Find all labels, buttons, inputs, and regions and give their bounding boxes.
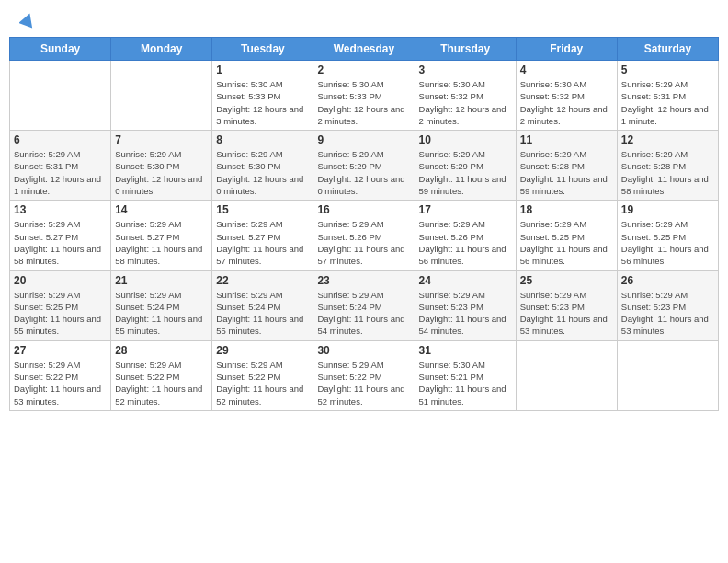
- day-number: 24: [419, 274, 512, 287]
- weekday-header-monday: Monday: [111, 38, 212, 61]
- logo: [18, 17, 34, 31]
- day-number: 25: [520, 274, 613, 287]
- calendar-cell: [617, 340, 718, 410]
- calendar-week-2: 6Sunrise: 5:29 AMSunset: 5:31 PMDaylight…: [10, 131, 719, 201]
- day-number: 1: [216, 63, 309, 76]
- calendar-cell: 13Sunrise: 5:29 AMSunset: 5:27 PMDayligh…: [10, 201, 111, 270]
- day-info: Sunrise: 5:29 AMSunset: 5:23 PMDaylight:…: [419, 289, 512, 338]
- weekday-header-sunday: Sunday: [10, 38, 111, 61]
- day-info: Sunrise: 5:29 AMSunset: 5:24 PMDaylight:…: [216, 289, 309, 338]
- day-info: Sunrise: 5:29 AMSunset: 5:26 PMDaylight:…: [317, 218, 410, 267]
- day-number: 29: [216, 344, 309, 357]
- day-info: Sunrise: 5:30 AMSunset: 5:32 PMDaylight:…: [419, 78, 512, 127]
- day-info: Sunrise: 5:29 AMSunset: 5:24 PMDaylight:…: [115, 289, 208, 338]
- calendar-cell: 28Sunrise: 5:29 AMSunset: 5:22 PMDayligh…: [111, 340, 212, 410]
- day-number: 4: [520, 63, 613, 76]
- calendar-cell: 25Sunrise: 5:29 AMSunset: 5:23 PMDayligh…: [516, 270, 617, 340]
- calendar-cell: 4Sunrise: 5:30 AMSunset: 5:32 PMDaylight…: [516, 61, 617, 131]
- day-number: 17: [419, 203, 512, 216]
- calendar-cell: [111, 61, 212, 131]
- day-number: 14: [115, 203, 208, 216]
- day-info: Sunrise: 5:29 AMSunset: 5:28 PMDaylight:…: [520, 148, 613, 197]
- weekday-header-tuesday: Tuesday: [212, 38, 313, 61]
- svg-marker-0: [19, 13, 34, 28]
- day-number: 16: [317, 203, 410, 216]
- weekday-header-wednesday: Wednesday: [313, 38, 415, 61]
- calendar-cell: 20Sunrise: 5:29 AMSunset: 5:25 PMDayligh…: [10, 270, 111, 340]
- day-number: 12: [621, 133, 714, 146]
- weekday-header-row: SundayMondayTuesdayWednesdayThursdayFrid…: [10, 38, 719, 61]
- calendar-cell: 15Sunrise: 5:29 AMSunset: 5:27 PMDayligh…: [212, 201, 313, 270]
- day-number: 13: [14, 203, 107, 216]
- calendar-cell: [516, 340, 617, 410]
- day-info: Sunrise: 5:29 AMSunset: 5:26 PMDaylight:…: [419, 218, 512, 267]
- day-info: Sunrise: 5:29 AMSunset: 5:27 PMDaylight:…: [216, 218, 309, 267]
- day-number: 2: [317, 63, 410, 76]
- day-number: 9: [317, 133, 410, 146]
- day-info: Sunrise: 5:29 AMSunset: 5:22 PMDaylight:…: [216, 359, 309, 408]
- calendar-cell: 6Sunrise: 5:29 AMSunset: 5:31 PMDaylight…: [10, 131, 111, 201]
- calendar-week-4: 20Sunrise: 5:29 AMSunset: 5:25 PMDayligh…: [10, 270, 719, 340]
- day-info: Sunrise: 5:29 AMSunset: 5:25 PMDaylight:…: [14, 289, 107, 338]
- weekday-header-saturday: Saturday: [617, 38, 718, 61]
- calendar-cell: 1Sunrise: 5:30 AMSunset: 5:33 PMDaylight…: [212, 61, 313, 131]
- day-info: Sunrise: 5:29 AMSunset: 5:31 PMDaylight:…: [14, 148, 107, 197]
- day-info: Sunrise: 5:29 AMSunset: 5:31 PMDaylight:…: [621, 78, 714, 127]
- calendar-cell: 2Sunrise: 5:30 AMSunset: 5:33 PMDaylight…: [313, 61, 415, 131]
- day-number: 28: [115, 344, 208, 357]
- day-info: Sunrise: 5:29 AMSunset: 5:28 PMDaylight:…: [621, 148, 714, 197]
- day-info: Sunrise: 5:29 AMSunset: 5:22 PMDaylight:…: [14, 359, 107, 408]
- day-number: 30: [317, 344, 410, 357]
- day-number: 27: [14, 344, 107, 357]
- calendar-cell: 22Sunrise: 5:29 AMSunset: 5:24 PMDayligh…: [212, 270, 313, 340]
- day-info: Sunrise: 5:29 AMSunset: 5:25 PMDaylight:…: [520, 218, 613, 267]
- day-info: Sunrise: 5:29 AMSunset: 5:27 PMDaylight:…: [115, 218, 208, 267]
- calendar-cell: 23Sunrise: 5:29 AMSunset: 5:24 PMDayligh…: [313, 270, 415, 340]
- day-number: 15: [216, 203, 309, 216]
- day-info: Sunrise: 5:29 AMSunset: 5:23 PMDaylight:…: [520, 289, 613, 338]
- calendar-cell: 12Sunrise: 5:29 AMSunset: 5:28 PMDayligh…: [617, 131, 718, 201]
- day-info: Sunrise: 5:29 AMSunset: 5:27 PMDaylight:…: [14, 218, 107, 267]
- calendar-cell: [10, 61, 111, 131]
- calendar-cell: 30Sunrise: 5:29 AMSunset: 5:22 PMDayligh…: [313, 340, 415, 410]
- day-number: 3: [419, 63, 512, 76]
- day-info: Sunrise: 5:29 AMSunset: 5:22 PMDaylight:…: [115, 359, 208, 408]
- logo-bird-icon: [19, 13, 34, 31]
- calendar-cell: 18Sunrise: 5:29 AMSunset: 5:25 PMDayligh…: [516, 201, 617, 270]
- day-info: Sunrise: 5:29 AMSunset: 5:22 PMDaylight:…: [317, 359, 410, 408]
- calendar-week-3: 13Sunrise: 5:29 AMSunset: 5:27 PMDayligh…: [10, 201, 719, 270]
- day-number: 7: [115, 133, 208, 146]
- day-number: 23: [317, 274, 410, 287]
- calendar-cell: 19Sunrise: 5:29 AMSunset: 5:25 PMDayligh…: [617, 201, 718, 270]
- day-number: 31: [419, 344, 512, 357]
- calendar-cell: 11Sunrise: 5:29 AMSunset: 5:28 PMDayligh…: [516, 131, 617, 201]
- day-number: 19: [621, 203, 714, 216]
- day-number: 20: [14, 274, 107, 287]
- calendar-table: SundayMondayTuesdayWednesdayThursdayFrid…: [9, 37, 719, 411]
- calendar-cell: 14Sunrise: 5:29 AMSunset: 5:27 PMDayligh…: [111, 201, 212, 270]
- calendar-cell: 31Sunrise: 5:30 AMSunset: 5:21 PMDayligh…: [415, 340, 516, 410]
- calendar-cell: 7Sunrise: 5:29 AMSunset: 5:30 PMDaylight…: [111, 131, 212, 201]
- day-info: Sunrise: 5:30 AMSunset: 5:21 PMDaylight:…: [419, 359, 512, 408]
- calendar-cell: 3Sunrise: 5:30 AMSunset: 5:32 PMDaylight…: [415, 61, 516, 131]
- day-number: 5: [621, 63, 714, 76]
- calendar-cell: 16Sunrise: 5:29 AMSunset: 5:26 PMDayligh…: [313, 201, 415, 270]
- calendar-cell: 10Sunrise: 5:29 AMSunset: 5:29 PMDayligh…: [415, 131, 516, 201]
- calendar-cell: 5Sunrise: 5:29 AMSunset: 5:31 PMDaylight…: [617, 61, 718, 131]
- page-header: [9, 9, 719, 31]
- calendar-cell: 8Sunrise: 5:29 AMSunset: 5:30 PMDaylight…: [212, 131, 313, 201]
- day-info: Sunrise: 5:29 AMSunset: 5:25 PMDaylight:…: [621, 218, 714, 267]
- day-info: Sunrise: 5:29 AMSunset: 5:30 PMDaylight:…: [216, 148, 309, 197]
- day-info: Sunrise: 5:30 AMSunset: 5:33 PMDaylight:…: [317, 78, 410, 127]
- day-number: 22: [216, 274, 309, 287]
- day-info: Sunrise: 5:30 AMSunset: 5:33 PMDaylight:…: [216, 78, 309, 127]
- day-info: Sunrise: 5:29 AMSunset: 5:23 PMDaylight:…: [621, 289, 714, 338]
- calendar-cell: 9Sunrise: 5:29 AMSunset: 5:29 PMDaylight…: [313, 131, 415, 201]
- calendar-cell: 17Sunrise: 5:29 AMSunset: 5:26 PMDayligh…: [415, 201, 516, 270]
- day-info: Sunrise: 5:30 AMSunset: 5:32 PMDaylight:…: [520, 78, 613, 127]
- day-number: 8: [216, 133, 309, 146]
- calendar-week-1: 1Sunrise: 5:30 AMSunset: 5:33 PMDaylight…: [10, 61, 719, 131]
- day-number: 6: [14, 133, 107, 146]
- calendar-cell: 29Sunrise: 5:29 AMSunset: 5:22 PMDayligh…: [212, 340, 313, 410]
- day-number: 10: [419, 133, 512, 146]
